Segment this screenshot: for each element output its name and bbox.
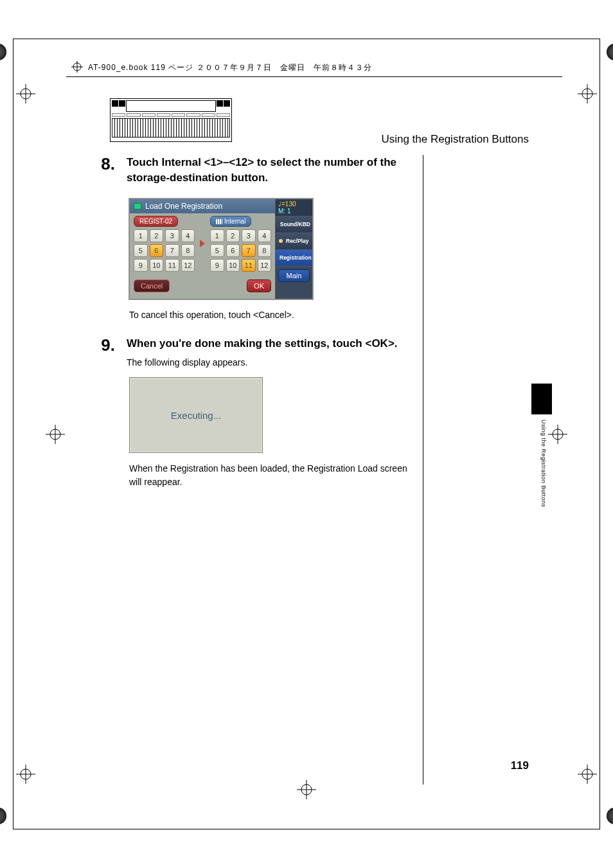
source-slot-button[interactable]: 2 [150, 229, 164, 242]
main-button[interactable]: Main [278, 269, 310, 282]
sidebar-tab-label: Registration [280, 254, 312, 261]
sidebar-tab-registration[interactable]: Registration [276, 249, 312, 266]
step-number: 8. [89, 155, 115, 191]
bars-icon [216, 219, 222, 224]
sidebar-tab-label: Sound/KBD [280, 221, 310, 227]
note-icon [278, 221, 278, 227]
dialog-title: Load One Registration [145, 202, 222, 211]
executing-dialog: Executing... [129, 377, 263, 453]
step-number: 9. [89, 336, 115, 370]
tempo-display: ♩=130 M: 1 [276, 199, 312, 216]
section-title: Using the Registration Buttons [381, 133, 529, 146]
print-corner-dot [607, 44, 613, 60]
executing-text: Executing... [171, 410, 221, 421]
chapter-thumb-tab [531, 384, 552, 414]
step-9: 9. When you're done making the settings,… [89, 336, 417, 370]
print-corner-dot [0, 44, 6, 60]
source-slot-button[interactable]: 10 [150, 259, 164, 272]
registration-mark-icon [16, 765, 35, 784]
cancel-button[interactable]: Cancel [134, 279, 170, 292]
page-number: 119 [511, 759, 529, 772]
page-frame: AT-900_e.book 119 ページ ２００７年９月７日 金曜日 午前８時… [13, 39, 600, 829]
destination-slot-button[interactable]: 12 [258, 259, 272, 272]
tempo-value: ♩=130 [278, 200, 310, 208]
destination-slot-button[interactable]: 1 [210, 229, 224, 242]
screen-sidebar: ♩=130 M: 1 Sound/KBDRec/PlayRegistration… [275, 199, 312, 299]
step-text: When the Registration has been loaded, t… [129, 462, 417, 489]
source-slot-button[interactable]: 7 [165, 244, 179, 257]
registration-mark-icon [46, 425, 65, 444]
sidebar-tab-rec-play[interactable]: Rec/Play [276, 233, 312, 249]
dialog-titlebar: Load One Registration [130, 199, 275, 213]
print-corner-dot [607, 808, 613, 824]
source-slot-button[interactable]: 9 [134, 259, 148, 272]
destination-slot-button[interactable]: 8 [258, 244, 272, 257]
registration-mark-icon [578, 84, 597, 103]
header-rule [66, 76, 562, 77]
source-slot-button[interactable]: 11 [165, 259, 179, 272]
source-label[interactable]: REGIST-02 [134, 216, 178, 227]
destination-slot-button[interactable]: 6 [226, 244, 240, 257]
registration-mark-icon [578, 765, 597, 784]
step-heading: When you're done making the settings, to… [127, 336, 417, 351]
source-slot-button[interactable]: 3 [165, 229, 179, 242]
content-column: 8. Touch Internal <1>–<12> to select the… [89, 155, 417, 489]
book-header-text: AT-900_e.book 119 ページ ２００７年９月７日 金曜日 午前８時… [88, 62, 372, 73]
chapter-thumb-label: Using the Registration Buttons [540, 420, 547, 508]
crosshair-icon [71, 61, 83, 75]
destination-slot-button[interactable]: 10 [226, 259, 240, 272]
svg-point-25 [279, 239, 283, 243]
print-corner-dot [0, 808, 6, 824]
measure-value: M: 1 [278, 208, 310, 215]
sidebar-tab-label: Rec/Play [286, 238, 308, 244]
destination-slot-button[interactable]: 7 [242, 244, 256, 257]
arrow-right-icon [200, 240, 205, 247]
source-slot-button[interactable]: 12 [181, 259, 195, 272]
cancel-note: To cancel this operation, touch <Cancel>… [129, 308, 417, 322]
destination-slot-button[interactable]: 3 [242, 229, 256, 242]
registration-mark-icon [297, 780, 316, 799]
source-slot-button[interactable]: 4 [181, 229, 195, 242]
destination-label[interactable]: Internal [210, 216, 251, 227]
step-heading: Touch Internal <1>–<12> to select the nu… [127, 155, 417, 186]
load-registration-screenshot: Load One Registration REGIST-02 12345678… [129, 199, 313, 299]
destination-slot-button[interactable]: 9 [210, 259, 224, 272]
source-slot-button[interactable]: 1 [134, 229, 148, 242]
source-slot-button[interactable]: 6 [150, 244, 164, 257]
book-header: AT-900_e.book 119 ページ ２００７年９月７日 金曜日 午前８時… [71, 61, 561, 75]
organ-panel-illustration [110, 98, 232, 142]
destination-slot-button[interactable]: 5 [210, 244, 224, 257]
destination-slot-button[interactable]: 4 [258, 229, 272, 242]
destination-slot-button[interactable]: 2 [226, 229, 240, 242]
sidebar-tab-sound-kbd[interactable]: Sound/KBD [276, 216, 312, 233]
step-text: The following display appears. [127, 356, 417, 369]
dialog-title-icon [134, 203, 141, 209]
source-slot-grid: 123456789101112 [134, 229, 195, 272]
step-8: 8. Touch Internal <1>–<12> to select the… [89, 155, 417, 191]
registration-mark-icon [548, 425, 567, 444]
ok-button[interactable]: OK [247, 279, 271, 292]
speaker-icon [278, 238, 284, 244]
destination-slot-grid: 123456789101112 [210, 229, 271, 272]
vertical-divider [423, 155, 423, 784]
source-slot-button[interactable]: 8 [181, 244, 195, 257]
destination-slot-button[interactable]: 11 [242, 259, 256, 272]
source-slot-button[interactable]: 5 [134, 244, 148, 257]
registration-mark-icon [16, 84, 35, 103]
